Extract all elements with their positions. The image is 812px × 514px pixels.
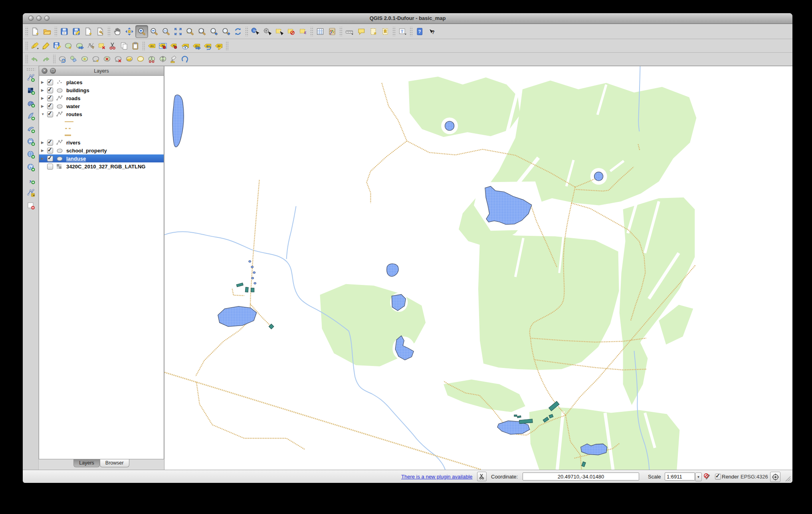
scale-combo[interactable]: 1:6911 xyxy=(665,472,695,480)
toolbar-handle[interactable] xyxy=(26,68,35,71)
expand-icon[interactable]: ▶ xyxy=(41,156,46,160)
resize-grip[interactable] xyxy=(785,476,791,482)
text-annotation-button[interactable]: T xyxy=(396,26,408,38)
pan-to-selection-button[interactable] xyxy=(123,26,135,38)
close-window-button[interactable] xyxy=(28,16,34,21)
run-feature-action-button[interactable] xyxy=(261,26,273,38)
zoom-full-button[interactable] xyxy=(172,26,184,38)
zoom-next-button[interactable] xyxy=(220,26,232,38)
crs-status-icon[interactable] xyxy=(770,472,780,482)
add-delimited-text-layer-button[interactable]: , xyxy=(25,174,37,186)
add-oracle-layer-button[interactable] xyxy=(25,136,37,148)
collapse-icon[interactable]: ▼ xyxy=(41,112,46,116)
rotate-label-button[interactable]: abc xyxy=(202,40,213,51)
zoom-in-button[interactable] xyxy=(135,25,148,38)
layer-item-rivers[interactable]: ▶rivers xyxy=(39,138,164,146)
file-save-as-button[interactable] xyxy=(70,26,82,38)
new-composer-button[interactable] xyxy=(82,26,94,38)
help-button[interactable]: ? xyxy=(414,26,426,38)
rotate-point-symbols-button[interactable] xyxy=(168,53,180,65)
measure-button[interactable] xyxy=(343,26,355,38)
add-raster-layer-button[interactable] xyxy=(25,85,37,97)
layer-item-buildings[interactable]: ▶buildings xyxy=(39,86,164,94)
file-save-button[interactable] xyxy=(58,26,70,38)
new-bookmark-button[interactable] xyxy=(367,26,379,38)
move-feature-button[interactable] xyxy=(74,40,85,51)
select-by-expression-button[interactable]: ε xyxy=(297,26,309,38)
layer-item-school_property[interactable]: ▶school_property xyxy=(39,146,164,154)
render-checkbox[interactable] xyxy=(715,474,721,480)
zoom-layer-button[interactable] xyxy=(196,26,208,38)
zoom-window-button[interactable] xyxy=(44,16,50,21)
expand-icon[interactable]: ▶ xyxy=(41,140,46,144)
add-spatialite-layer-button[interactable] xyxy=(25,110,37,122)
unpin-label-button[interactable]: ab xyxy=(168,40,180,51)
title-bar[interactable]: QGIS 2.0.1-Dufour - basic_map xyxy=(23,13,792,24)
zoom-out-button[interactable] xyxy=(148,26,160,38)
split-parts-button[interactable] xyxy=(157,53,168,65)
tab-browser[interactable]: Browser xyxy=(100,459,129,467)
delete-part-button[interactable] xyxy=(113,53,124,65)
node-tool-button[interactable] xyxy=(85,40,96,51)
add-wms-layer-button[interactable] xyxy=(25,148,37,160)
layer-item-places[interactable]: ▶places xyxy=(39,78,164,86)
expand-icon[interactable]: ▶ xyxy=(41,88,46,92)
zoom-native-button[interactable]: 1:1 xyxy=(160,26,172,38)
labeling-button[interactable]: abc xyxy=(146,40,157,51)
minimize-window-button[interactable] xyxy=(36,16,42,21)
rotate-feature-button[interactable] xyxy=(57,53,68,65)
new-shapefile-layer-button[interactable] xyxy=(25,187,37,199)
map-canvas[interactable] xyxy=(164,66,792,470)
undo-button[interactable] xyxy=(29,53,40,65)
delete-selected-button[interactable] xyxy=(96,40,107,51)
pin-label-button[interactable]: ab xyxy=(157,40,168,51)
paste-features-button[interactable] xyxy=(130,40,141,51)
expand-icon[interactable]: ▶ xyxy=(41,104,46,108)
reshape-features-button[interactable] xyxy=(135,53,146,65)
move-label-button[interactable]: abc xyxy=(191,40,202,51)
add-ring-button[interactable] xyxy=(79,53,90,65)
show-bookmarks-button[interactable] xyxy=(379,26,391,38)
file-open-button[interactable] xyxy=(41,26,53,38)
expand-icon[interactable]: ▶ xyxy=(41,96,46,100)
add-postgis-layer-button[interactable] xyxy=(25,97,37,109)
cut-features-button[interactable] xyxy=(107,40,119,51)
change-label-button[interactable]: abc xyxy=(213,40,224,51)
layer-item-landuse[interactable]: ▶landuse xyxy=(39,154,164,162)
expand-icon[interactable]: ▶ xyxy=(41,148,46,152)
show-hide-labels-button[interactable]: abc xyxy=(180,40,191,51)
layer-item-water[interactable]: ▶water xyxy=(39,102,164,110)
fill-ring-button[interactable] xyxy=(124,53,135,65)
layer-visibility-checkbox[interactable] xyxy=(47,111,53,117)
zoom-selection-button[interactable] xyxy=(184,26,196,38)
layer-visibility-checkbox[interactable] xyxy=(47,140,53,146)
add-wfs-layer-button[interactable] xyxy=(25,161,37,173)
file-new-button[interactable] xyxy=(29,26,41,38)
refresh-button[interactable] xyxy=(232,26,244,38)
layer-visibility-checkbox[interactable] xyxy=(47,79,53,85)
delete-ring-button[interactable] xyxy=(101,53,113,65)
select-features-button[interactable] xyxy=(273,26,285,38)
deselect-features-button[interactable] xyxy=(285,26,297,38)
simplify-feature-button[interactable] xyxy=(68,53,79,65)
scale-dropdown-button[interactable]: ▼ xyxy=(695,472,702,481)
composer-manager-button[interactable] xyxy=(94,26,106,38)
float-panel-icon[interactable]: ❐ xyxy=(50,68,56,74)
remove-layer-button[interactable] xyxy=(25,200,37,212)
layer-visibility-checkbox[interactable] xyxy=(47,148,53,154)
expand-icon[interactable]: ▶ xyxy=(41,80,46,84)
plugin-icon[interactable] xyxy=(477,472,487,481)
identify-button[interactable]: i xyxy=(249,26,261,38)
whats-this-button[interactable]: ? xyxy=(426,26,438,38)
plugin-link[interactable]: There is a new plugin available xyxy=(401,474,473,480)
layer-visibility-checkbox[interactable] xyxy=(47,156,53,162)
field-calculator-button[interactable] xyxy=(326,26,338,38)
coordinate-input[interactable] xyxy=(523,472,639,480)
map-tips-button[interactable] xyxy=(355,26,367,38)
layer-visibility-checkbox[interactable] xyxy=(47,103,53,109)
add-vector-layer-button[interactable] xyxy=(25,72,37,84)
layer-visibility-checkbox[interactable] xyxy=(47,164,53,170)
tab-layers[interactable]: Layers xyxy=(73,459,100,467)
pan-button[interactable] xyxy=(111,26,123,38)
offset-curve-button[interactable] xyxy=(180,53,191,65)
